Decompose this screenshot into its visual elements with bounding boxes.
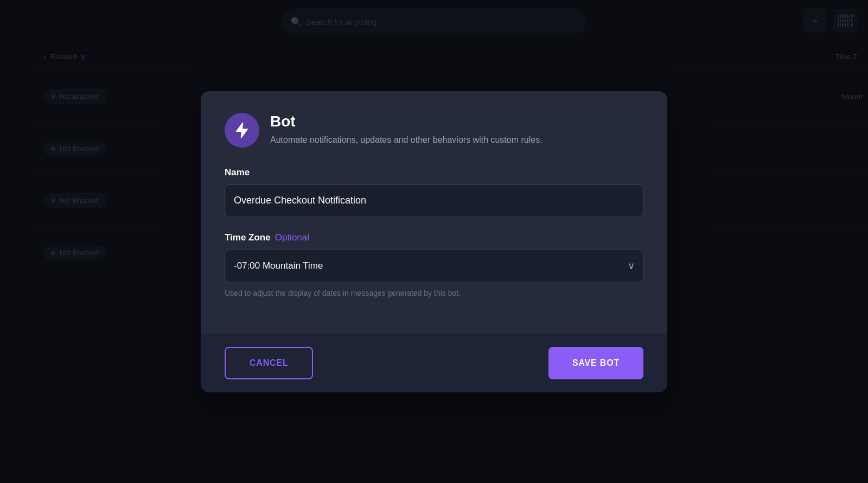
modal-body: Bot Automate notifications, updates and … bbox=[201, 91, 667, 334]
timezone-label: Time Zone Optional bbox=[225, 232, 643, 243]
name-input[interactable] bbox=[225, 185, 643, 217]
timezone-select-wrapper: -07:00 Mountain Time -05:00 Eastern Time… bbox=[225, 250, 643, 282]
modal-header-text: Bot Automate notifications, updates and … bbox=[270, 113, 542, 147]
timezone-label-text: Time Zone bbox=[225, 232, 271, 243]
bot-modal: Bot Automate notifications, updates and … bbox=[201, 91, 667, 392]
modal-title: Bot bbox=[270, 113, 542, 130]
timezone-form-group: Time Zone Optional -07:00 Mountain Time … bbox=[225, 232, 643, 299]
timezone-hint: Used to adjust the display of dates in m… bbox=[225, 288, 643, 299]
name-label: Name bbox=[225, 167, 643, 178]
name-form-group: Name bbox=[225, 167, 643, 217]
modal-header: Bot Automate notifications, updates and … bbox=[225, 113, 643, 148]
cancel-button[interactable]: CANCEL bbox=[225, 347, 313, 379]
timezone-select[interactable]: -07:00 Mountain Time -05:00 Eastern Time… bbox=[225, 250, 643, 282]
modal-overlay: Bot Automate notifications, updates and … bbox=[0, 0, 868, 483]
bot-icon-wrapper bbox=[225, 113, 259, 148]
modal-subtitle: Automate notifications, updates and othe… bbox=[270, 134, 542, 147]
timezone-optional-text: Optional bbox=[275, 232, 309, 243]
save-bot-button[interactable]: SAVE BOT bbox=[548, 347, 643, 379]
lightning-icon bbox=[233, 122, 251, 139]
modal-footer: CANCEL SAVE BOT bbox=[201, 334, 667, 392]
